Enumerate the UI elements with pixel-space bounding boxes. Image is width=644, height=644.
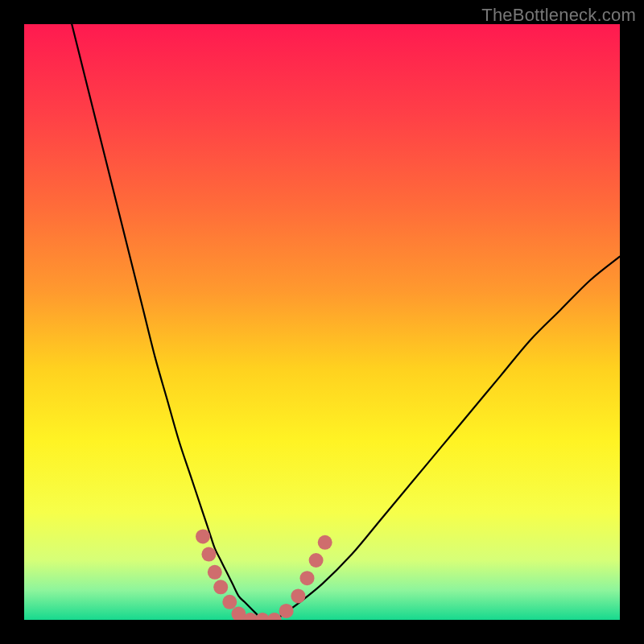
curve-layer bbox=[24, 24, 620, 620]
highlight-dots bbox=[196, 529, 332, 620]
marker-dot bbox=[300, 571, 315, 585]
marker-dot bbox=[291, 588, 305, 603]
plot-area bbox=[24, 24, 620, 620]
chart-stage: TheBottleneck.com bbox=[0, 0, 644, 644]
marker-dot bbox=[318, 535, 332, 550]
marker-dot bbox=[213, 580, 228, 594]
marker-dot bbox=[208, 565, 222, 580]
marker-dot bbox=[196, 529, 210, 543]
marker-dot bbox=[279, 604, 294, 618]
bottleneck-curve bbox=[72, 24, 620, 620]
marker-dot bbox=[309, 553, 324, 568]
watermark-label: TheBottleneck.com bbox=[481, 5, 636, 26]
marker-dot bbox=[222, 595, 237, 609]
marker-dot bbox=[267, 613, 282, 620]
marker-dot bbox=[201, 547, 216, 562]
